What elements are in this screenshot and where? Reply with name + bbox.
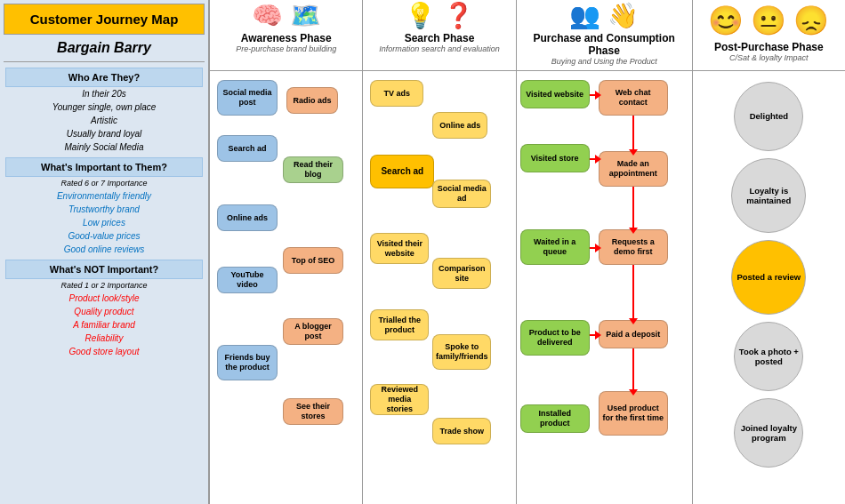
purchase-subtitle: Buying and Using the Product [551, 57, 657, 66]
arrow-4 [629, 228, 638, 234]
who-item-4: Usually brand loyal [5, 127, 203, 140]
important-item-4: Good-value prices [5, 229, 203, 243]
arrow-line-2 [632, 116, 634, 151]
question-icon: ❓ [443, 4, 474, 28]
arrow-1 [595, 91, 601, 100]
arrow-5 [595, 244, 601, 252]
awareness-title: Awareness Phase [241, 32, 332, 44]
post-purchase-body: Delighted Loyalty is maintained Posted a… [693, 71, 845, 504]
who-item-1: In their 20s [5, 87, 203, 100]
awareness-phase: 🧠 🗺️ Awareness Phase Pre-purchase brand … [209, 0, 363, 504]
search-node-comparison: Comparison site [432, 258, 491, 289]
search-node-online: Online ads [432, 112, 487, 139]
arrow-line-6 [632, 265, 634, 320]
search-icons: 💡 ❓ [405, 4, 474, 28]
important-item-1: Environmentally friendly [5, 189, 203, 203]
purchase-node-first-use: Used product for the first time [599, 391, 668, 436]
post-purchase-icons: 😊 😐 😞 [708, 4, 829, 37]
post-node-photo: Took a photo + posted [734, 322, 803, 391]
purchase-header: 👥 👋 Purchase and Consumption Phase Buyin… [517, 0, 692, 71]
app-title: Customer Journey Map [4, 4, 205, 35]
happy-face-icon: 😊 [708, 4, 744, 37]
arrow-6 [629, 318, 638, 324]
people-icon: 👥 [569, 4, 600, 28]
lightbulb-icon: 💡 [405, 4, 436, 28]
who-item-2: Younger single, own place [5, 100, 203, 114]
awareness-node-online: Online ads [217, 204, 278, 231]
awareness-body: Social media post Radio ads Search ad Re… [210, 71, 362, 504]
purchase-title: Purchase and Consumption Phase [519, 32, 690, 57]
main-container: Customer Journey Map Bargain Barry Who A… [0, 0, 845, 504]
purchase-node-install: Installed product [520, 404, 590, 433]
awareness-node-search: Search ad [217, 135, 278, 162]
search-node-trial: Trialled the product [370, 309, 429, 340]
awareness-node-radio: Radio ads [286, 87, 338, 114]
important-item-3: Low prices [5, 216, 203, 229]
important-header: What's Important to Them? [5, 157, 203, 177]
purchase-node-visited-store: Visited store [520, 144, 590, 172]
awareness-node-seo: Top of SEO [283, 247, 343, 274]
awareness-node-friends: Friends buy the product [217, 345, 278, 380]
post-purchase-subtitle: C/Sat & loyalty Impact [729, 53, 809, 62]
arrow-line-8 [632, 348, 634, 391]
awareness-node-youtube: YouTube video [217, 267, 278, 293]
purchase-body: Visited website Visited store Waited in … [517, 71, 692, 504]
awareness-node-blogger: A blogger post [283, 318, 343, 345]
sad-face-icon: 😞 [793, 4, 829, 37]
search-node-tv: TV ads [370, 80, 423, 107]
awareness-subtitle: Pre-purchase brand building [236, 44, 336, 53]
who-item-5: Mainly Social Media [5, 140, 203, 154]
awareness-node-social: Social media post [217, 80, 278, 116]
search-node-searchad: Search ad [370, 155, 434, 188]
search-node-website: Visited their website [370, 233, 429, 264]
who-item-3: Artistic [5, 114, 203, 127]
content-area: 🧠 🗺️ Awareness Phase Pre-purchase brand … [209, 0, 845, 504]
not-important-item-3: A familiar brand [5, 318, 203, 332]
important-item-5: Good online reviews [5, 243, 203, 256]
search-node-media: Reviewed media stories [370, 384, 429, 415]
purchase-node-visited-website: Visited website [520, 80, 590, 108]
arrow-3 [595, 155, 601, 164]
hand-icon: 👋 [608, 4, 639, 28]
search-node-social: Social media ad [432, 180, 491, 208]
awareness-header: 🧠 🗺️ Awareness Phase Pre-purchase brand … [210, 0, 362, 71]
search-phase: 💡 ❓ Search Phase Information search and … [363, 0, 516, 504]
post-node-delighted: Delighted [734, 82, 803, 151]
important-sub: Rated 6 or 7 Importance [5, 177, 203, 189]
purchase-icons: 👥 👋 [569, 4, 639, 28]
important-item-2: Trustworthy brand [5, 203, 203, 216]
post-purchase-phase: 😊 😐 😞 Post-Purchase Phase C/Sat & loyalt… [693, 0, 845, 504]
post-node-loyalty: Loyalty is maintained [731, 158, 806, 233]
post-purchase-header: 😊 😐 😞 Post-Purchase Phase C/Sat & loyalt… [693, 0, 845, 71]
neutral-face-icon: 😐 [751, 4, 786, 37]
search-node-family: Spoke to family/friends [432, 334, 491, 370]
purchase-node-deliver: Product to be delivered [520, 320, 590, 356]
arrow-7 [595, 331, 601, 340]
map-icon: 🗺️ [290, 4, 321, 28]
post-purchase-title: Post-Purchase Phase [714, 41, 824, 53]
purchase-phase: 👥 👋 Purchase and Consumption Phase Buyin… [517, 0, 693, 504]
arrow-line-4 [632, 187, 634, 229]
app-subtitle: Bargain Barry [4, 35, 205, 62]
purchase-node-appointment: Made an appointment [599, 151, 668, 187]
purchase-node-queue: Waited in a queue [520, 229, 590, 265]
search-body: TV ads Online ads Search ad Social media… [363, 71, 515, 504]
awareness-icons: 🧠 🗺️ [252, 4, 321, 28]
not-important-item-4: Reliability [5, 332, 203, 345]
not-important-header: What's NOT Important? [5, 260, 203, 279]
search-title: Search Phase [405, 32, 475, 44]
brain-icon: 🧠 [252, 4, 283, 28]
sidebar: Customer Journey Map Bargain Barry Who A… [0, 0, 209, 504]
awareness-node-blog: Read their blog [283, 156, 343, 183]
post-node-joined: Joined loyalty program [734, 398, 803, 468]
not-important-sub: Rated 1 or 2 Importance [5, 279, 203, 292]
awareness-node-stores: See their stores [283, 398, 343, 425]
not-important-item-2: Quality product [5, 305, 203, 318]
post-node-review: Posted a review [731, 240, 806, 315]
search-header: 💡 ❓ Search Phase Information search and … [363, 0, 515, 71]
purchase-node-webchat: Web chat contact [599, 80, 668, 116]
arrow-2 [629, 149, 638, 156]
arrow-8 [629, 389, 638, 396]
search-subtitle: Information search and evaluation [379, 44, 500, 53]
search-node-tradeshow: Trade show [432, 418, 491, 444]
